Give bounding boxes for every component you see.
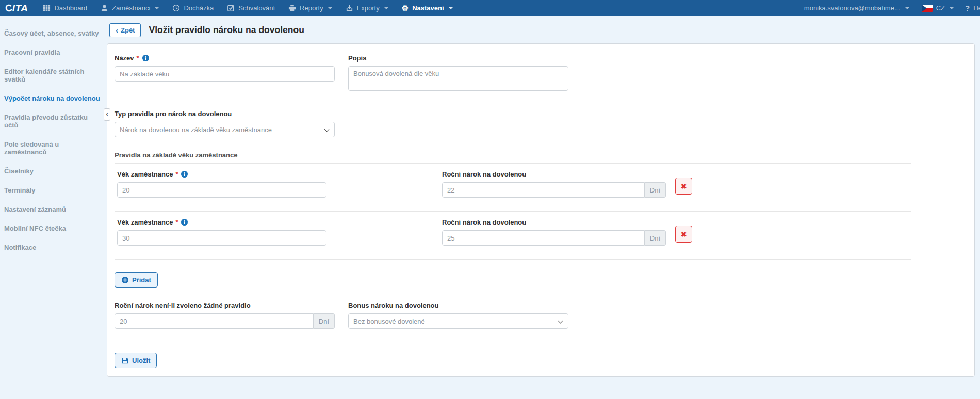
caret-down-icon	[950, 7, 954, 9]
nazev-input[interactable]	[115, 66, 335, 82]
nav-item-nastaveni[interactable]: ⚙ Nastavení	[395, 0, 460, 16]
add-rule-label: Přidat	[132, 276, 151, 284]
sidebar-item-editor-kalendare[interactable]: Editor kalendáře státních svátků	[0, 62, 107, 89]
field-typ-pravidla: Typ pravidla pro nárok na dovolenou Náro…	[115, 110, 967, 137]
default-narok-label: Roční nárok není-li zvoleno žádné pravid…	[115, 301, 251, 309]
bonus-select[interactable]: Bez bonusové dovolené	[348, 313, 568, 329]
delete-rule-button[interactable]: ✖	[675, 178, 692, 195]
bonus-selected-value: Bez bonusové dovolené	[353, 317, 425, 325]
nav-label: Zaměstnanci	[112, 4, 150, 12]
nav-label: Exporty	[357, 4, 380, 12]
back-button[interactable]: ‹ Zpět	[109, 23, 141, 37]
sidebar-collapse-handle[interactable]: ‹	[104, 108, 110, 121]
printer-icon	[288, 4, 296, 12]
chevron-down-icon	[558, 318, 563, 324]
logo-clock-icon: C	[5, 2, 13, 14]
rocni-narok-label: Roční nárok na dovolenou	[442, 218, 526, 226]
form-panel: ‹ Název * Popis Bonusová dovolená dle	[107, 43, 975, 377]
sidebar-item-ciselniky[interactable]: Číselníky	[0, 162, 107, 181]
rule-row: Věk zaměstnance * Roční nárok na dovolen…	[115, 163, 911, 211]
caret-down-icon	[328, 7, 332, 9]
nav-label: Dashboard	[54, 4, 87, 12]
user-icon	[101, 4, 108, 12]
rocni-narok-input[interactable]	[442, 230, 645, 246]
sidebar-item-pravidla-prevodu[interactable]: Pravidla převodu zůstatku účtů	[0, 108, 107, 135]
required-asterisk: *	[137, 54, 139, 62]
question-mark-icon: ?	[965, 4, 970, 12]
grid-icon	[43, 4, 51, 12]
save-floppy-icon	[121, 357, 129, 364]
rules-list: Věk zaměstnance * Roční nárok na dovolen…	[115, 163, 911, 260]
sidebar-item-pole-sledovana[interactable]: Pole sledovaná u zaměstnanců	[0, 135, 107, 162]
nav-label: Docházka	[184, 4, 214, 12]
bonus-label: Bonus nároku na dovolenou	[348, 301, 439, 309]
popis-label: Popis	[348, 54, 366, 62]
czech-flag-icon	[922, 5, 933, 12]
collapse-left-icon: ‹	[106, 110, 108, 118]
field-default-narok: Roční nárok není-li zvoleno žádné pravid…	[115, 301, 335, 329]
required-asterisk: *	[175, 218, 178, 226]
page-header: ‹ Zpět Vložit pravidlo nároku na dovolen…	[109, 23, 980, 37]
info-icon[interactable]	[181, 218, 188, 226]
check-square-icon	[227, 4, 235, 12]
nav-item-exporty[interactable]: Exporty	[339, 0, 395, 16]
main-content: ‹ Zpět Vložit pravidlo nároku na dovolen…	[107, 16, 980, 377]
nav-item-schvalovani[interactable]: Schvalování	[220, 0, 282, 16]
vek-label: Věk zaměstnance	[117, 218, 173, 226]
unit-addon: Dní	[645, 230, 666, 246]
nav-label: Reporty	[300, 4, 323, 12]
sidebar-item-pracovni-pravidla[interactable]: Pracovní pravidla	[0, 43, 107, 62]
nav-item-dochazka[interactable]: Docházka	[166, 0, 220, 16]
help-label: Help	[973, 4, 980, 12]
logo-text: iTA	[12, 3, 28, 14]
sidebar-item-notifikace[interactable]: Notifikace	[0, 238, 107, 257]
field-rocni-narok: Roční nárok na dovolenou Dní	[442, 218, 666, 246]
typ-pravidla-select[interactable]: Nárok na dovolenou na základě věku zaměs…	[115, 122, 335, 137]
vek-label: Věk zaměstnance	[117, 170, 173, 178]
chevron-left-icon: ‹	[116, 28, 118, 33]
sidebar-item-mobilni-nfc[interactable]: Mobilní NFC čtečka	[0, 219, 107, 238]
sidebar: Časový účet, absence, svátky Pracovní pr…	[0, 16, 107, 257]
sidebar-item-nastaveni-zaznamu[interactable]: Nastavení záznamů	[0, 200, 107, 219]
language-selector[interactable]: CZ	[918, 4, 958, 12]
close-x-icon: ✖	[681, 182, 687, 190]
delete-rule-button[interactable]: ✖	[675, 226, 692, 243]
save-button[interactable]: Uložit	[115, 353, 157, 368]
typ-pravidla-selected-value: Nárok na dovolenou na základě věku zaměs…	[120, 126, 272, 134]
top-navbar: C iTA Dashboard Zaměstnanci Docházka Sch…	[0, 0, 980, 16]
rocni-narok-label: Roční nárok na dovolenou	[442, 170, 526, 178]
popis-textarea[interactable]: Bonusová dovolená dle věku	[348, 66, 568, 91]
navbar-right: monika.svatonova@mobatime... CZ ? Help	[800, 4, 980, 12]
rules-section-label: Pravidla na základě věku zaměstnance	[115, 151, 967, 159]
nav-label: Nastavení	[412, 4, 444, 12]
language-code: CZ	[936, 4, 945, 12]
vek-input[interactable]	[117, 182, 326, 198]
user-menu[interactable]: monika.svatonova@mobatime...	[800, 4, 913, 12]
info-icon[interactable]	[181, 170, 188, 178]
sidebar-item-casovy-ucet[interactable]: Časový účet, absence, svátky	[0, 24, 107, 43]
nav-item-reporty[interactable]: Reporty	[282, 0, 339, 16]
typ-pravidla-label: Typ pravidla pro nárok na dovolenou	[115, 110, 232, 118]
main-menu: Dashboard Zaměstnanci Docházka Schvalová…	[36, 0, 459, 16]
help-menu[interactable]: ? Help	[962, 4, 980, 12]
add-rule-button[interactable]: Přidat	[115, 272, 158, 288]
sidebar-item-terminaly[interactable]: Terminály	[0, 181, 107, 200]
sidebar-item-vypocet-naroku[interactable]: Výpočet nároku na dovolenou	[0, 89, 107, 108]
unit-addon: Dní	[645, 182, 666, 198]
gear-icon: ⚙	[402, 4, 409, 12]
vek-input[interactable]	[117, 230, 326, 246]
caret-down-icon	[384, 7, 388, 9]
nav-item-zamestnanci[interactable]: Zaměstnanci	[94, 0, 166, 16]
close-x-icon: ✖	[681, 230, 687, 238]
chevron-down-icon	[324, 127, 330, 132]
field-bonus: Bonus nároku na dovolenou Bez bonusové d…	[348, 301, 568, 329]
rocni-narok-input[interactable]	[442, 182, 645, 198]
default-narok-input[interactable]	[115, 313, 314, 329]
info-icon[interactable]	[142, 54, 150, 62]
nazev-label: Název	[115, 54, 134, 62]
export-icon	[346, 4, 353, 12]
caret-down-icon	[905, 7, 909, 9]
caret-down-icon	[155, 7, 159, 9]
app-logo[interactable]: C iTA	[5, 3, 28, 14]
nav-item-dashboard[interactable]: Dashboard	[36, 0, 94, 16]
